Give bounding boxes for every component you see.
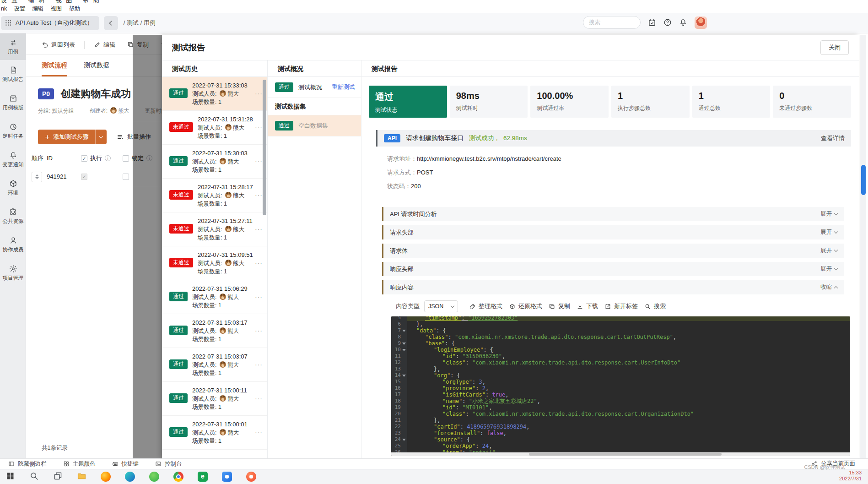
retest-link[interactable]: 重新测试 [332,83,355,91]
more-icon[interactable]: ··· [255,124,263,131]
sidebar-item-用例模版[interactable]: 用例模版 [0,88,26,117]
green-browser-icon[interactable] [149,472,159,482]
section-toggle[interactable]: 展开 [820,210,837,218]
history-entry[interactable]: 通过2022-07-31 15:00:11测试人员: 熊大场景数量: 1··· [162,382,267,416]
more-icon[interactable]: ··· [255,191,263,199]
more-icon[interactable]: ··· [255,327,263,334]
bottombar-主题颜色[interactable]: 主题颜色 [63,460,96,468]
menu-item-视图[interactable]: 视图 [50,5,62,13]
section-请求体[interactable]: 请求体展开 [382,244,844,258]
bottombar-快捷键[interactable]: 快捷键 [112,460,139,468]
more-icon[interactable]: ··· [255,259,263,266]
search-input[interactable] [583,16,641,29]
close-button[interactable]: 关闭 [820,40,849,55]
section-API 请求时间分析[interactable]: API 请求时间分析展开 [382,207,844,221]
api-result-bar[interactable]: API 请求创建购物车接口 测试成功， 62.98ms 查看详情 [376,130,851,147]
start-icon[interactable] [5,471,15,482]
chrome-icon[interactable] [173,472,183,482]
lock-checkbox[interactable] [123,174,129,180]
fold-toggle-icon[interactable] [402,343,406,345]
more-icon[interactable]: ··· [255,90,263,97]
more-icon[interactable]: ··· [255,293,263,300]
todo-calendar-icon[interactable] [648,18,656,27]
blue-app-icon[interactable] [222,472,232,482]
tab-测试流程[interactable]: 测试流程 [42,61,67,76]
section-toggle[interactable]: 收缩 [820,283,837,291]
breadcrumb[interactable]: / 测试 / 用例 [124,19,156,27]
avatar[interactable] [695,16,707,29]
more-icon[interactable]: ··· [255,158,263,165]
resp-btn-新开标签[interactable]: 新开标签 [604,302,638,310]
section-响应内容[interactable]: 响应内容收缩 [382,280,844,294]
section-toggle[interactable]: 展开 [820,228,837,236]
drag-sort-handle[interactable] [32,172,42,182]
add-test-step-button[interactable]: 添加测试步骤 [38,130,107,144]
section-toggle[interactable]: 展开 [820,247,837,255]
exec-all-checkbox[interactable] [81,155,87,162]
back-to-list-button[interactable]: 返回列表 [42,41,75,49]
menu-item-帮助[interactable]: 帮助 [69,5,80,13]
resp-btn-下载[interactable]: 下载 [577,302,598,310]
more-icon[interactable]: ··· [255,429,263,436]
more-icon[interactable]: ··· [255,395,263,402]
sidebar-item-用例[interactable]: 用例 [0,33,26,60]
sidebar-item-项目管理[interactable]: 项目管理 [0,259,26,287]
sidebar-item-测试报告[interactable]: 测试报告 [0,60,26,88]
section-toggle[interactable]: 展开 [820,265,837,273]
history-entry[interactable]: 未通过2022-07-31 15:31:28测试人员: 熊大场景数量: 1··· [162,111,267,145]
resp-btn-整理格式[interactable]: 整理格式 [469,302,502,310]
tab-测试数据[interactable]: 测试数据 [84,61,109,76]
resp-btn-复制[interactable]: 复制 [549,302,570,310]
notification-bell-icon[interactable] [679,18,687,27]
resp-btn-还原格式[interactable]: 还原格式 [509,302,542,310]
history-scrollbar[interactable] [263,80,266,215]
resp-btn-搜索[interactable]: 搜索 [644,302,666,310]
menu-item-编辑[interactable]: 编辑 [32,5,43,13]
bottombar-控制台[interactable]: 控制台 [155,460,182,468]
edit-button[interactable]: 编辑 [94,41,115,49]
exec-checkbox[interactable] [81,174,87,180]
history-entry[interactable]: 通过2022-07-31 15:03:07测试人员: 熊大场景数量: 1··· [162,348,267,382]
dataset-row[interactable]: 通过 空白数据集 [268,115,361,136]
history-entry[interactable]: 通过2022-07-31 15:30:03测试人员: 熊大场景数量: 1··· [162,145,267,179]
fold-toggle-icon[interactable] [402,375,406,377]
history-entry[interactable]: 通过2022-07-31 15:03:17测试人员: 熊大场景数量: 1··· [162,314,267,348]
fold-toggle-icon[interactable] [402,330,406,332]
edge-icon[interactable] [125,472,135,482]
folder-icon[interactable] [77,471,86,482]
red-browser-icon[interactable] [246,472,256,482]
sidebar-item-变更通知[interactable]: 变更通知 [0,145,26,174]
taskbar-search-icon[interactable] [29,471,39,482]
lock-all-checkbox[interactable] [123,155,129,162]
content-type-select[interactable]: JSON [424,300,458,312]
sidebar-item-环境[interactable]: 环境 [0,174,26,202]
sidebar-item-定时任务[interactable]: 定时任务 [0,117,26,145]
section-响应头部[interactable]: 响应头部展开 [382,262,844,276]
fold-toggle-icon[interactable] [402,439,406,441]
sidebar-item-协作成员[interactable]: 协作成员 [0,230,26,259]
bottombar-隐藏侧边栏[interactable]: 隐藏侧边栏 [8,460,47,468]
e-browser-icon[interactable] [198,472,208,482]
scrollbar-thumb[interactable] [861,165,866,195]
menu-item-设置[interactable]: 设置 [14,5,25,13]
section-请求头部[interactable]: 请求头部展开 [382,225,844,239]
history-entry[interactable]: 未通过2022-07-31 15:28:17测试人员: 熊大场景数量: 1··· [162,179,267,212]
history-entry[interactable]: 通过2022-07-31 15:00:01测试人员: 熊大场景数量: 1··· [162,416,267,450]
more-icon[interactable]: ··· [255,361,263,368]
app-title-chip[interactable]: API Auto Test（自动化测试） [1,16,99,30]
taskview-icon[interactable] [53,471,63,482]
code-horizontal-scrollbar[interactable] [391,452,850,456]
sidebar-item-公共资源[interactable]: 公共资源 [0,202,26,230]
more-icon[interactable]: ··· [255,225,263,233]
history-entry[interactable]: 通过2022-07-31 15:06:29测试人员: 熊大场景数量: 1··· [162,280,267,314]
window-scrollbar[interactable] [860,35,866,458]
help-icon[interactable] [663,18,672,27]
view-detail-link[interactable]: 查看详情 [821,134,845,142]
back-button[interactable] [104,16,118,30]
overview-row[interactable]: 通过 测试概况 重新测试 [268,77,361,98]
firefox-icon[interactable] [101,472,111,482]
add-step-dropdown[interactable] [95,130,107,144]
fold-toggle-icon[interactable] [402,349,406,351]
history-entry[interactable]: 未通过2022-07-31 15:27:11测试人员: 熊大场景数量: 1··· [162,212,267,246]
history-entry[interactable]: 通过2022-07-31 15:33:03测试人员: 熊大场景数量: 1··· [162,77,267,111]
